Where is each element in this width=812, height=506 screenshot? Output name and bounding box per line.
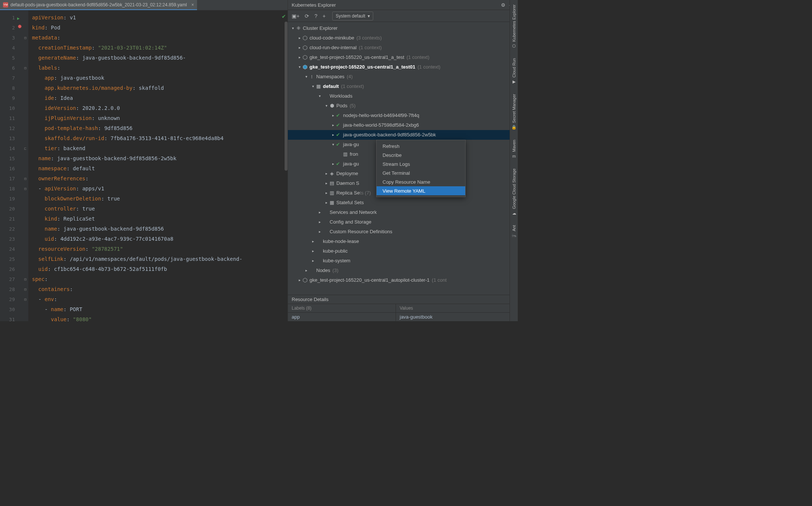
ns-section[interactable]: ▸Config and Storage bbox=[288, 217, 518, 227]
workloads-node[interactable]: ▾Workloads bbox=[288, 91, 518, 101]
breakpoint-icon[interactable] bbox=[18, 25, 22, 28]
chevron-down-icon: ▾ bbox=[368, 13, 370, 19]
details-col-values: Values bbox=[396, 304, 417, 312]
namespace-node[interactable]: ▸kube-system bbox=[288, 256, 518, 266]
pods-node[interactable]: ▾⬢Pods(5) bbox=[288, 101, 518, 111]
chevron-icon[interactable]: ▾ bbox=[317, 91, 322, 101]
svg-marker-2 bbox=[303, 55, 307, 60]
svg-marker-0 bbox=[303, 36, 307, 40]
cluster-explorer-root[interactable]: ▾⁜Cluster Explorer bbox=[288, 23, 518, 33]
fold-column: ⊟⊟⊏⊟⊟⊟⊟⊟ bbox=[22, 10, 28, 321]
node-icon bbox=[302, 55, 308, 60]
node-icon: ✔ bbox=[336, 130, 342, 140]
node-icon: ✔ bbox=[336, 111, 342, 120]
chevron-icon[interactable]: ▾ bbox=[304, 72, 309, 82]
namespace-node[interactable]: ▸kube-public bbox=[288, 246, 518, 256]
workload-group[interactable]: ▸▦Stateful Sets bbox=[288, 198, 518, 208]
chevron-icon[interactable]: ▸ bbox=[324, 198, 329, 208]
svg-marker-4 bbox=[303, 278, 307, 282]
context-menu: RefreshDescribeStream LogsGet TerminalCo… bbox=[376, 140, 466, 197]
node-icon: ▦ bbox=[329, 198, 335, 208]
context-menu-item[interactable]: Copy Resource Name bbox=[377, 177, 465, 186]
chevron-icon[interactable]: ▾ bbox=[330, 140, 336, 149]
node-icon: ▥ bbox=[342, 149, 348, 159]
plus-icon[interactable]: + bbox=[323, 13, 326, 19]
context-menu-item[interactable]: Refresh bbox=[377, 142, 465, 151]
chevron-icon[interactable]: ▸ bbox=[297, 53, 302, 62]
rail-tool-cloud-run[interactable]: ▶Cloud Run bbox=[511, 56, 517, 86]
rail-icon: 🔒 bbox=[511, 125, 517, 130]
chevron-icon[interactable]: ▸ bbox=[324, 169, 329, 178]
nodes-node[interactable]: ▸Nodes(3) bbox=[288, 266, 518, 275]
cluster-node[interactable]: ▸gke_test-project-165220_us-central1_a_t… bbox=[288, 53, 518, 62]
chevron-icon[interactable]: ▸ bbox=[330, 120, 336, 130]
rail-icon: ▶ bbox=[511, 79, 517, 84]
chevron-icon[interactable]: ▸ bbox=[304, 266, 309, 275]
add-cluster-icon[interactable]: ▣+ bbox=[292, 13, 299, 19]
editor-scrollbar[interactable] bbox=[285, 22, 288, 171]
chevron-icon[interactable]: ▸ bbox=[330, 130, 336, 140]
chevron-icon[interactable]: ▸ bbox=[310, 237, 315, 246]
code-area[interactable]: apiVersion: v1kind: Podmetadata: creatio… bbox=[28, 10, 288, 321]
namespace-default[interactable]: ▾▦default(1 context) bbox=[288, 82, 518, 91]
chevron-icon[interactable]: ▸ bbox=[324, 178, 329, 188]
rail-icon: ⬡ bbox=[511, 43, 517, 48]
tool-window-rail: ⬡Kubernetes Explorer▶Cloud Run🔒Secret Ma… bbox=[510, 0, 518, 321]
cluster-node[interactable]: ▸gke_test-project-165220_us-central1_aut… bbox=[288, 275, 518, 285]
rail-tool-kubernetes-explorer[interactable]: ⬡Kubernetes Explorer bbox=[511, 2, 517, 51]
node-icon: ✔ bbox=[336, 140, 342, 149]
close-icon[interactable]: × bbox=[191, 2, 194, 7]
rail-tool-secret-manager[interactable]: 🔒Secret Manager bbox=[511, 92, 517, 132]
pod-node[interactable]: ▸✔nodejs-hello-world-b46944f99-7ft4q bbox=[288, 111, 518, 120]
chevron-icon[interactable]: ▸ bbox=[317, 227, 322, 237]
namespaces-node[interactable]: ▾⫶Namespaces(4) bbox=[288, 72, 518, 82]
rail-tool-google-cloud-storage[interactable]: ☁Google Cloud Storage bbox=[511, 166, 517, 218]
chevron-icon[interactable]: ▸ bbox=[330, 111, 336, 120]
refresh-icon[interactable]: ⟳ bbox=[305, 13, 309, 19]
ns-section[interactable]: ▸Custom Resource Definitions bbox=[288, 227, 518, 237]
chevron-icon[interactable]: ▾ bbox=[310, 82, 315, 91]
inspection-ok-icon[interactable]: ✔ bbox=[282, 13, 286, 19]
chevron-icon[interactable]: ▸ bbox=[330, 159, 336, 169]
chevron-icon[interactable]: ▾ bbox=[297, 62, 302, 72]
explorer-header: Kubernetes Explorer ⚙ — bbox=[288, 0, 518, 10]
chevron-icon[interactable]: ▸ bbox=[310, 256, 315, 266]
rail-tool-maven[interactable]: mMaven bbox=[511, 137, 517, 161]
editor-tab-bar: YM default-pods-java-guestbook-backend-9… bbox=[0, 0, 288, 10]
yaml-file-icon: YM bbox=[3, 2, 8, 7]
pod-node[interactable]: ▸✔java-guestbook-backend-9df85d856-2w5bk bbox=[288, 130, 518, 140]
gear-icon[interactable]: ⚙ bbox=[501, 2, 505, 8]
pod-node[interactable]: ▸✔java-hello-world-57598df584-2xbg6 bbox=[288, 120, 518, 130]
context-menu-item[interactable]: Describe bbox=[377, 151, 465, 159]
chevron-icon[interactable]: ▸ bbox=[317, 217, 322, 227]
cluster-node[interactable]: ▾gke_test-project-165220_us-central1_a_t… bbox=[288, 62, 518, 72]
node-icon bbox=[302, 64, 308, 70]
explorer-toolbar: ▣+ ⟳ ? + System default ▾ bbox=[288, 10, 518, 22]
context-menu-item[interactable]: Stream Logs bbox=[377, 159, 465, 168]
namespace-select[interactable]: System default ▾ bbox=[332, 12, 373, 20]
details-label: app bbox=[288, 313, 396, 321]
help-icon[interactable]: ? bbox=[314, 13, 317, 19]
chevron-icon[interactable]: ▸ bbox=[297, 33, 302, 43]
run-gutter-icon[interactable]: ▶ bbox=[17, 13, 20, 23]
chevron-icon[interactable]: ▾ bbox=[324, 101, 329, 111]
chevron-icon[interactable]: ▸ bbox=[317, 208, 322, 217]
chevron-icon[interactable]: ▾ bbox=[290, 23, 295, 33]
chevron-icon[interactable]: ▸ bbox=[297, 43, 302, 53]
editor-tab[interactable]: YM default-pods-java-guestbook-backend-9… bbox=[0, 0, 197, 10]
namespace-select-label: System default bbox=[336, 13, 365, 19]
cluster-node[interactable]: ▸cloud-code-minikube(3 contexts) bbox=[288, 33, 518, 43]
node-icon: ⫶ bbox=[309, 72, 315, 82]
chevron-icon[interactable]: ▸ bbox=[324, 188, 329, 198]
ns-section[interactable]: ▸Services and Network bbox=[288, 208, 518, 217]
context-menu-item[interactable]: View Remote YAML bbox=[377, 186, 465, 195]
chevron-icon[interactable]: ▸ bbox=[310, 246, 315, 256]
namespace-node[interactable]: ▸kube-node-lease bbox=[288, 237, 518, 246]
node-icon bbox=[302, 35, 308, 41]
chevron-icon[interactable]: ▸ bbox=[297, 275, 302, 285]
svg-marker-3 bbox=[303, 65, 307, 69]
cluster-node[interactable]: ▸cloud-run-dev-internal(1 context) bbox=[288, 43, 518, 53]
context-menu-item[interactable]: Get Terminal bbox=[377, 168, 465, 177]
rail-tool-ant[interactable]: 🐜Ant bbox=[511, 223, 517, 240]
node-icon: ✔ bbox=[336, 120, 342, 130]
